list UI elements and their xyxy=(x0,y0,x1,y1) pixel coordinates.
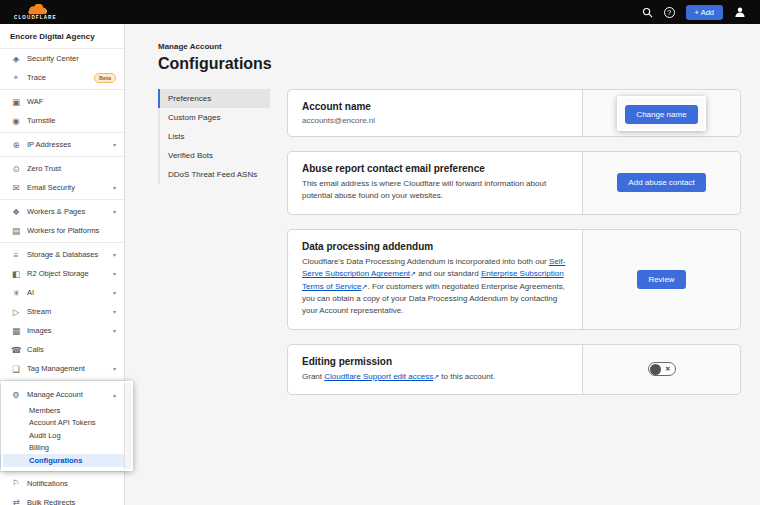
sidebar-divider xyxy=(0,132,124,133)
tab-lists[interactable]: Lists xyxy=(158,127,270,146)
sidebar-item-account-api-tokens[interactable]: Account API Tokens xyxy=(0,417,124,430)
sidebar-item-email-security[interactable]: ✉ Email Security ▾ xyxy=(0,178,124,197)
sidebar-divider xyxy=(0,156,124,157)
tab-custom-pages[interactable]: Custom Pages xyxy=(158,108,270,127)
sidebar-item-label: Billing xyxy=(29,443,49,452)
sidebar-item-ip-addresses[interactable]: ⊕ IP Addresses ▾ xyxy=(0,135,124,154)
sidebar-divider xyxy=(0,471,124,472)
search-icon[interactable] xyxy=(642,7,653,18)
sidebar-item-r2-object-storage[interactable]: ◧ R2 Object Storage ▾ xyxy=(0,264,124,283)
sidebar-item-label: AI xyxy=(27,288,107,297)
sidebar-item-tag-management[interactable]: ❑ Tag Management ▾ xyxy=(0,359,124,378)
editing-permission-card: Editing permission Grant Cloudflare Supp… xyxy=(287,344,741,395)
sidebar-item-audit-log[interactable]: Audit Log xyxy=(0,429,124,442)
card-action-panel: ✕ xyxy=(582,345,740,394)
sidebar-item-label: Bulk Redirects xyxy=(27,498,116,505)
sidebar-item-workers-pages[interactable]: ❖ Workers & Pages ▾ xyxy=(0,202,124,221)
sidebar-item-stream[interactable]: ▷ Stream ▾ xyxy=(0,302,124,321)
chevron-up-icon: ▴ xyxy=(113,391,116,398)
sidebar-item-label: Stream xyxy=(27,307,107,316)
stream-icon: ▷ xyxy=(11,307,21,317)
toggle-off-icon: ✕ xyxy=(665,365,670,373)
calls-icon: ☎ xyxy=(11,345,21,355)
sidebar-item-images[interactable]: ▦ Images ▾ xyxy=(0,321,124,340)
tag-management-icon: ❑ xyxy=(11,364,21,374)
breadcrumb: Manage Account xyxy=(158,42,741,51)
card-main: Editing permission Grant Cloudflare Supp… xyxy=(288,345,582,394)
chevron-down-icon: ▾ xyxy=(113,270,116,277)
top-header-bar: CLOUDFLARE ? + Add xyxy=(0,0,760,24)
sidebar-divider xyxy=(0,199,124,200)
sidebar-item-bulk-redirects[interactable]: ⇄ Bulk Redirects xyxy=(0,493,124,505)
manage-account-group-highlight: ⚙ Manage Account ▴ Members Account API T… xyxy=(0,383,124,469)
change-name-highlight: Change name xyxy=(625,103,697,124)
sidebar-item-workers-for-platforms[interactable]: ▤ Workers for Platforms xyxy=(0,221,124,240)
sidebar-item-label: Audit Log xyxy=(29,431,61,440)
storage-databases-icon: ≡ xyxy=(11,250,21,260)
tab-preferences[interactable]: Preferences xyxy=(158,89,270,108)
chevron-down-icon: ▾ xyxy=(113,308,116,315)
sidebar-item-configurations[interactable]: Configurations xyxy=(0,454,124,467)
sidebar-item-trace[interactable]: ⌖ Trace Beta xyxy=(0,68,124,87)
card-title: Account name xyxy=(302,101,568,112)
chevron-down-icon: ▾ xyxy=(113,289,116,296)
sidebar-item-turnstile[interactable]: ◉ Turnstile xyxy=(0,111,124,130)
editing-text: Grant xyxy=(302,372,324,381)
waf-shield-icon: ▣ xyxy=(11,97,21,107)
sidebar-item-notifications[interactable]: ⚐ Notifications xyxy=(0,474,124,493)
bulk-redirects-icon: ⇄ xyxy=(11,497,21,505)
add-button[interactable]: + Add xyxy=(686,5,723,20)
review-button[interactable]: Review xyxy=(637,270,685,289)
sidebar-item-storage-databases[interactable]: ≡ Storage & Databases ▾ xyxy=(0,245,124,264)
sidebar-item-label: Tag Management xyxy=(27,364,107,373)
change-name-button[interactable]: Change name xyxy=(625,105,697,124)
sidebar-item-label: R2 Object Storage xyxy=(27,269,107,278)
main-content: Manage Account Configurations Preference… xyxy=(125,24,760,505)
sidebar-item-billing[interactable]: Billing xyxy=(0,442,124,455)
sidebar-divider xyxy=(0,380,124,381)
toggle-knob xyxy=(650,364,661,375)
account-name-card: Account name accounts@encore.nl Change n… xyxy=(287,89,741,137)
dpa-text: and our standard xyxy=(416,269,481,278)
sidebar-item-label: Turnstile xyxy=(27,116,116,125)
chevron-down-icon: ▾ xyxy=(113,208,116,215)
sidebar-item-ai[interactable]: ✳ AI ▾ xyxy=(0,283,124,302)
card-title: Data processing addendum xyxy=(302,241,568,252)
card-body: Grant Cloudflare Support edit access↗ to… xyxy=(302,371,568,383)
workers-platforms-icon: ▤ xyxy=(11,226,21,236)
card-action-panel: Change name xyxy=(582,90,740,136)
notifications-bell-icon: ⚐ xyxy=(11,478,21,488)
sidebar-item-manage-account[interactable]: ⚙ Manage Account ▴ xyxy=(0,385,124,404)
card-main: Abuse report contact email preference Th… xyxy=(288,152,582,214)
sidebar-item-label: Members xyxy=(29,406,60,415)
tab-ddos-threat-feed-asns[interactable]: DDoS Threat Feed ASNs xyxy=(158,165,270,184)
sidebar-item-zero-trust[interactable]: ⊙ Zero Trust xyxy=(0,159,124,178)
sidebar-item-members[interactable]: Members xyxy=(0,404,124,417)
zero-trust-icon: ⊙ xyxy=(11,164,21,174)
editing-permission-toggle[interactable]: ✕ xyxy=(648,362,676,376)
sidebar-item-label: Email Security xyxy=(27,183,107,192)
card-title: Abuse report contact email preference xyxy=(302,163,568,174)
sidebar-item-label: Workers & Pages xyxy=(27,207,107,216)
sidebar-item-calls[interactable]: ☎ Calls xyxy=(0,340,124,359)
dpa-text: Cloudflare's Data Processing Addendum is… xyxy=(302,257,549,266)
sidebar-item-security-center[interactable]: ◈ Security Center xyxy=(0,49,124,68)
help-icon[interactable]: ? xyxy=(664,7,675,18)
add-abuse-contact-button[interactable]: Add abuse contact xyxy=(617,173,705,192)
sidebar-item-waf[interactable]: ▣ WAF xyxy=(0,92,124,111)
profile-icon[interactable] xyxy=(734,6,746,18)
cloudflare-support-edit-access-link[interactable]: Cloudflare Support edit access xyxy=(324,372,433,381)
sidebar-item-label: Zero Trust xyxy=(27,164,116,173)
tab-verified-bots[interactable]: Verified Bots xyxy=(158,146,270,165)
account-sidebar: Encore Digital Agency ◈ Security Center … xyxy=(0,24,125,505)
card-main: Data processing addendum Cloudflare's Da… xyxy=(288,230,582,329)
cloudflare-logo[interactable]: CLOUDFLARE xyxy=(14,4,57,21)
card-body: Cloudflare's Data Processing Addendum is… xyxy=(302,256,568,318)
chevron-down-icon: ▾ xyxy=(113,141,116,148)
configurations-subnav: Preferences Custom Pages Lists Verified … xyxy=(158,89,270,184)
sidebar-item-label: Workers for Platforms xyxy=(27,226,116,235)
cloudflare-wordmark: CLOUDFLARE xyxy=(14,16,57,21)
gear-icon: ⚙ xyxy=(11,390,21,400)
ai-icon: ✳ xyxy=(11,288,21,298)
ip-addresses-icon: ⊕ xyxy=(11,140,21,150)
